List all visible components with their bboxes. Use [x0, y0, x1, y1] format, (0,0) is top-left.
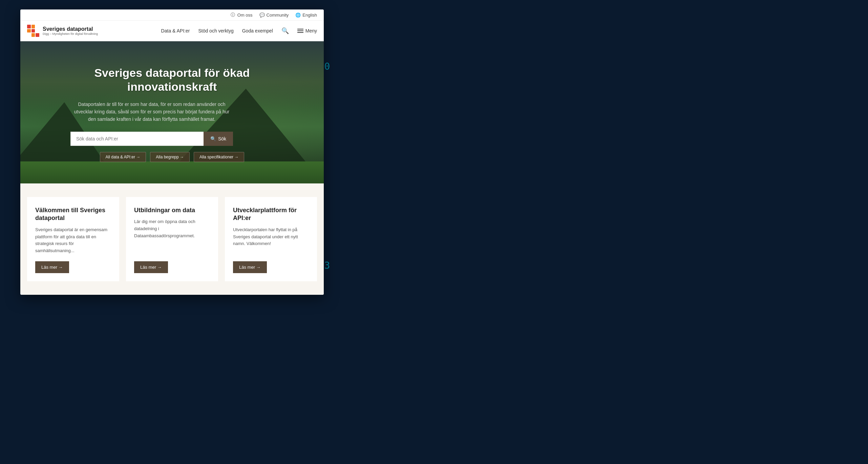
- nav-links: Data & API:er Stöd och verktyg Goda exem…: [161, 27, 317, 35]
- hero-content: Sveriges dataportal för ökad innovations…: [70, 66, 274, 162]
- search-input[interactable]: [70, 132, 204, 146]
- search-button[interactable]: 🔍 Sök: [204, 132, 233, 146]
- logo-sq-2: [31, 25, 35, 28]
- nav-goda[interactable]: Goda exempel: [242, 28, 273, 34]
- logo-sq-7: [27, 33, 31, 37]
- hero-title: Sveriges dataportal för ökad innovations…: [70, 66, 274, 94]
- logo-squares: [27, 25, 39, 37]
- card-0-desc: Sveriges dataportal är en gemensam platt…: [35, 226, 111, 255]
- quick-link-begrepp[interactable]: Alla begrepp →: [150, 152, 190, 162]
- cards-section: Välkommen till Sveriges dataportal Sveri…: [20, 183, 324, 295]
- nav-data-api[interactable]: Data & API:er: [161, 28, 190, 34]
- nav-stod[interactable]: Stöd och verktyg: [198, 28, 233, 34]
- browser-window: ⓘ Om oss 💬 Community 🌐 English: [20, 9, 324, 295]
- card-2-button[interactable]: Läs mer →: [233, 261, 267, 273]
- logo-sq-1: [27, 25, 31, 28]
- chat-icon: 💬: [259, 12, 265, 18]
- community-label: Community: [267, 13, 289, 18]
- card-0-button[interactable]: Läs mer →: [35, 261, 69, 273]
- quick-link-data[interactable]: All data & API:er →: [100, 152, 146, 162]
- menu-label: Meny: [305, 28, 317, 34]
- info-icon: ⓘ: [230, 12, 236, 18]
- search-btn-label: Sök: [218, 136, 226, 141]
- search-btn-icon: 🔍: [210, 136, 216, 141]
- card-1: Utbildningar om data Lär dig mer om öppn…: [126, 197, 218, 281]
- logo-name: Sveriges dataportal: [43, 26, 98, 32]
- logo-sq-3: [36, 25, 39, 28]
- card-1-button[interactable]: Läs mer →: [134, 261, 168, 273]
- english-link[interactable]: 🌐 English: [295, 12, 317, 18]
- om-oss-label: Om oss: [237, 13, 253, 18]
- hero-description: Dataportalen är till för er som har data…: [70, 101, 233, 123]
- main-nav: Sveriges dataportal Digg – Myndigheten f…: [20, 21, 324, 41]
- globe-icon: 🌐: [295, 12, 301, 18]
- logo-sq-8: [31, 33, 35, 37]
- quick-link-spec[interactable]: Alla specifikationer →: [194, 152, 244, 162]
- logo-text: Sveriges dataportal Digg – Myndigheten f…: [43, 26, 98, 36]
- search-icon[interactable]: 🔍: [281, 27, 289, 35]
- card-0: Välkommen till Sveriges dataportal Sveri…: [27, 197, 119, 281]
- card-0-title: Välkommen till Sveriges dataportal: [35, 206, 111, 222]
- nav-menu[interactable]: Meny: [297, 28, 317, 34]
- ground: [20, 161, 324, 183]
- om-oss-link[interactable]: ⓘ Om oss: [230, 12, 253, 18]
- search-bar: 🔍 Sök: [70, 132, 233, 146]
- community-link[interactable]: 💬 Community: [259, 12, 289, 18]
- logo-sq-9: [36, 33, 39, 37]
- logo-sq-4: [27, 29, 31, 33]
- logo-sub: Digg – Myndigheten för digital förvaltni…: [43, 32, 98, 36]
- card-2-desc: Utvecklarportalen har flyttat in på Sver…: [233, 226, 309, 255]
- card-2-title: Utvecklarplattform för API:er: [233, 206, 309, 222]
- card-1-title: Utbildningar om data: [134, 206, 210, 214]
- logo-sq-5: [31, 29, 35, 33]
- hamburger-icon: [297, 29, 303, 33]
- english-label: English: [302, 13, 317, 18]
- logo-area[interactable]: Sveriges dataportal Digg – Myndigheten f…: [27, 25, 98, 37]
- card-2: Utvecklarplattform för API:er Utvecklarp…: [225, 197, 317, 281]
- logo-sq-6: [36, 29, 39, 33]
- card-1-desc: Lär dig mer om öppna data och datadelnin…: [134, 218, 210, 255]
- utility-bar: ⓘ Om oss 💬 Community 🌐 English: [20, 9, 324, 21]
- quick-links: All data & API:er → Alla begrepp → Alla …: [70, 152, 274, 162]
- hero-section: Sveriges dataportal för ökad innovations…: [20, 41, 324, 183]
